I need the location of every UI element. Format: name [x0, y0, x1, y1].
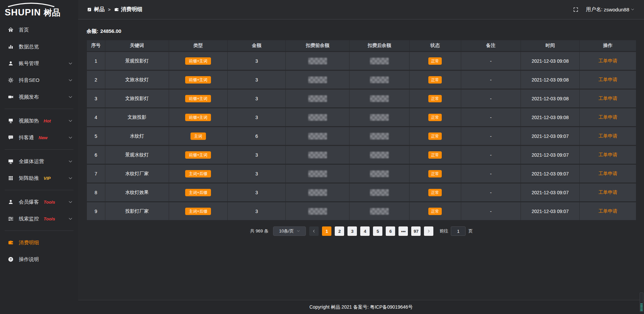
work-order-link[interactable]: 工单申请 [598, 96, 617, 101]
type-badge: 主词+后缀 [185, 170, 211, 177]
work-order-link[interactable]: 工单申请 [598, 133, 617, 139]
sidebar-item-lead-monitor[interactable]: 线索监控 Tools [0, 210, 78, 227]
fullscreen-icon[interactable] [573, 7, 579, 12]
sidebar-item-media-operation[interactable]: 全媒体运营 [0, 153, 78, 170]
sidebar-item-account-management[interactable]: 账号管理 [0, 55, 78, 72]
balance-label: 余额: [87, 28, 98, 34]
page-button-5[interactable]: 5 [373, 226, 382, 236]
masked-balance [308, 208, 327, 215]
work-order-link[interactable]: 工单申请 [598, 171, 617, 176]
cell-action: 工单申请 [580, 90, 636, 107]
sidebar-item-consume-detail[interactable]: 消费明细 [0, 234, 78, 251]
work-order-link[interactable]: 工单申请 [598, 208, 617, 214]
page-button-4[interactable]: 4 [360, 226, 370, 236]
username-label: 用户名: [586, 6, 602, 13]
monitor-icon [7, 158, 14, 165]
masked-balance [308, 58, 327, 64]
masked-balance [308, 114, 327, 121]
comment-icon [7, 134, 14, 141]
cell-keyword: 文旅水纹灯 [105, 71, 169, 89]
sidebar-item-operation-guide[interactable]: ? 操作说明 [0, 251, 78, 268]
cell-amount: 3 [228, 90, 286, 107]
sidebar-item-douyin-seo[interactable]: 抖音SEO [0, 72, 78, 89]
cell-keyword: 投影灯厂家 [105, 202, 169, 220]
cell-keyword: 文旅投影 [105, 108, 169, 126]
type-badge: 前缀+主词 [185, 57, 211, 65]
status-badge: 正常 [428, 208, 442, 215]
page-size-select[interactable]: 10条/页 [273, 226, 306, 236]
breadcrumb-item-brand[interactable]: 树品 [87, 6, 105, 13]
cell-status: 正常 [410, 127, 461, 145]
cell-time: 2021-12-03 09:07 [521, 202, 579, 220]
cell-type: 主词+后缀 [169, 165, 227, 182]
sidebar-item-video-heat[interactable]: 视频加热 Hot [0, 112, 78, 129]
breadcrumb-item-consume-detail[interactable]: 消费明细 [114, 6, 143, 13]
cell-time: 2021-12-03 09:07 [521, 146, 579, 164]
sidebar-item-member-baoke[interactable]: 会员爆客 Tools [0, 194, 78, 210]
chevron-down-icon [68, 95, 73, 99]
work-order-link[interactable]: 工单申请 [598, 152, 617, 157]
user-icon [7, 60, 14, 67]
work-order-link[interactable]: 工单申请 [598, 58, 617, 63]
cell-time: 2021-12-03 09:08 [521, 90, 579, 107]
work-order-link[interactable]: 工单申请 [598, 114, 617, 120]
sidebar-item-video-publish[interactable]: 视频发布 [0, 89, 78, 105]
cell-post-balance [350, 90, 409, 107]
masked-balance [308, 133, 327, 140]
sidebar-item-data-overview[interactable]: 数据总览 [0, 38, 78, 55]
sidebar-divider [5, 149, 73, 150]
next-page-button[interactable] [424, 226, 433, 236]
masked-balance [370, 133, 389, 140]
cell-index: 8 [87, 184, 105, 201]
sidebar-item-home[interactable]: 首页 [0, 21, 78, 38]
more-pages-button[interactable]: ••• [398, 226, 408, 236]
masked-balance [308, 95, 327, 102]
page-button-3[interactable]: 3 [347, 226, 357, 236]
cell-post-balance [350, 202, 409, 220]
cell-type: 前缀+主词 [169, 52, 227, 70]
page-button-2[interactable]: 2 [335, 226, 344, 236]
cell-remark: - [461, 146, 521, 164]
type-badge: 前缀+主词 [185, 151, 211, 159]
chevron-down-icon [68, 135, 73, 140]
cell-pre-balance [286, 184, 349, 201]
cell-action: 工单申请 [580, 146, 636, 164]
user-menu[interactable]: 用户名: zswodun88 [586, 6, 635, 13]
table-header-row: 序号关键词类型金额扣费前余额扣费后余额状态备注时间操作 [87, 40, 636, 51]
table-header-9: 操作 [580, 40, 636, 51]
sidebar-item-douketong[interactable]: 抖客通 New [0, 129, 78, 146]
status-badge: 正常 [428, 76, 442, 84]
balance: 余额:24856.00 [87, 28, 636, 35]
chevron-down-icon [68, 118, 73, 123]
sidebar-item-matrix-boost[interactable]: 矩阵助推 VIP [0, 170, 78, 187]
cell-pre-balance [286, 146, 349, 164]
cell-pre-balance [286, 127, 349, 145]
sidebar: SHUPIN 树品 首页 数据总览 账号管理 抖音SEO 视频发布 [0, 0, 78, 314]
cell-index: 7 [87, 165, 105, 182]
prev-page-button[interactable] [309, 226, 319, 236]
cell-status: 正常 [410, 108, 461, 126]
cell-remark: - [461, 165, 521, 182]
table-row: 1 景观投影灯 前缀+主词 3 正常 - 2021-12-03 09:08 工单… [87, 52, 636, 70]
cell-type: 前缀+主词 [169, 146, 227, 164]
status-badge: 正常 [428, 189, 442, 196]
page-button-97[interactable]: 97 [411, 226, 421, 236]
breadcrumb-label: 树品 [94, 6, 105, 13]
brand-logo[interactable]: SHUPIN 树品 [0, 0, 78, 21]
page-button-1[interactable]: 1 [322, 226, 331, 236]
cell-pre-balance [286, 52, 349, 70]
work-order-link[interactable]: 工单申请 [598, 77, 617, 82]
scroll-indicator[interactable] [640, 293, 643, 312]
goto-page-input[interactable] [451, 226, 466, 236]
logo-text-cn: 树品 [44, 7, 60, 18]
work-order-link[interactable]: 工单申请 [598, 190, 617, 195]
table-row: 9 投影灯厂家 主词+后缀 3 正常 - 2021-12-03 09:07 工单… [87, 202, 636, 220]
sidebar-nav: 首页 数据总览 账号管理 抖音SEO 视频发布 视频加热 Hot 抖客通 New [0, 21, 78, 268]
cell-amount: 3 [228, 108, 286, 126]
cell-keyword: 水纹灯厂家 [105, 165, 169, 182]
page-button-6[interactable]: 6 [386, 226, 395, 236]
cell-amount: 3 [228, 52, 286, 70]
cell-remark: - [461, 184, 521, 201]
masked-balance [370, 58, 389, 64]
table-row: 7 水纹灯厂家 主词+后缀 3 正常 - 2021-12-03 09:07 工单… [87, 165, 636, 182]
